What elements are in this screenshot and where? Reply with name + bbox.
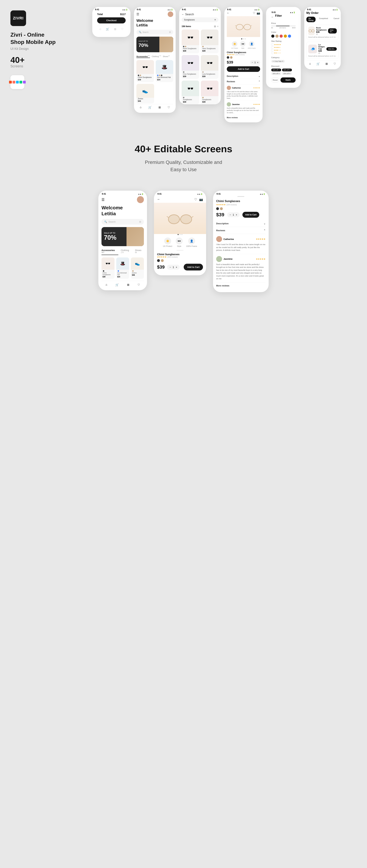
lg-add-cart-button[interactable]: Add to Cart bbox=[184, 264, 203, 271]
lg-nav-heart[interactable]: ♡ bbox=[137, 283, 140, 286]
nav-grid-icon[interactable]: ⊞ bbox=[114, 27, 116, 31]
swatch-beige[interactable] bbox=[276, 35, 279, 38]
qty-minus[interactable]: − bbox=[252, 61, 253, 64]
nav-home-icon[interactable]: ⌂ bbox=[309, 62, 311, 65]
swatch-blue[interactable] bbox=[288, 35, 291, 38]
view-order-1[interactable]: View Or... bbox=[328, 28, 337, 33]
lg-product-shoes[interactable]: 👟 Zextoo $46 bbox=[131, 257, 144, 279]
lg-product-sunglasses[interactable]: 🕶️ Chimi Sunglasses $39 bbox=[102, 257, 114, 279]
swatch-yellow[interactable] bbox=[284, 35, 287, 38]
star-row-4[interactable]: ★★★★☆ bbox=[271, 46, 295, 49]
lg-description-row[interactable]: Description ⌄ bbox=[216, 220, 265, 227]
search-bar[interactable]: 🔍 Search ⊟ bbox=[136, 30, 173, 35]
lg-qty-minus[interactable]: − bbox=[169, 266, 171, 269]
description-section[interactable]: Description ⌄ bbox=[227, 73, 260, 79]
lg-color-black[interactable] bbox=[157, 259, 160, 262]
nav-heart-icon[interactable]: ♡ bbox=[334, 62, 336, 65]
lg-cat-shoes[interactable]: Shoes 98 bbox=[135, 249, 144, 255]
swatch-red[interactable] bbox=[280, 35, 283, 38]
lg-color-beige[interactable] bbox=[161, 259, 164, 262]
back-button[interactable]: ← Search bbox=[181, 13, 219, 16]
lg-rev-color-beige[interactable] bbox=[220, 207, 223, 210]
lg-review-add-cart[interactable]: Add to Cart bbox=[243, 212, 259, 218]
heart-icon[interactable]: ♡ bbox=[253, 11, 255, 15]
uvprotect-icon[interactable]: ☀️ bbox=[232, 41, 237, 47]
nav-heart-icon[interactable]: ♡ bbox=[168, 106, 170, 109]
lg-nav-home[interactable]: ⌂ bbox=[106, 283, 107, 286]
lg-back-icon[interactable]: ← bbox=[157, 197, 160, 202]
filter-icon[interactable]: ⊟ bbox=[169, 31, 171, 33]
lg-filter-icon[interactable]: ⊟ bbox=[139, 220, 141, 223]
price-slider[interactable] bbox=[271, 26, 295, 26]
category-accessories[interactable]: Accessories457 bbox=[136, 55, 150, 58]
tab-cancel[interactable]: Cancel bbox=[332, 17, 341, 22]
nav-grid-icon[interactable]: ⊞ bbox=[326, 62, 328, 65]
lg-nav-cart[interactable]: 🛒 bbox=[115, 283, 119, 286]
lg-menu-icon[interactable]: ☰ bbox=[102, 197, 105, 202]
star-row-5[interactable]: ★★★★★ bbox=[271, 43, 295, 45]
nav-cart-icon[interactable]: 🛒 bbox=[148, 106, 152, 109]
lg-cat-clothing[interactable]: Clothing 179 bbox=[121, 249, 133, 255]
star-row-2[interactable]: ★★☆☆☆ bbox=[271, 52, 295, 54]
lg-heart-icon[interactable]: ♡ bbox=[194, 197, 197, 202]
checkout-button[interactable]: Checkout bbox=[97, 18, 125, 24]
lg-product-hat[interactable]: 🎩 Soz Brimmed Hat $34 bbox=[116, 257, 129, 279]
unisex-icon[interactable]: 👤 bbox=[249, 41, 254, 47]
reset-button[interactable]: Reset bbox=[271, 78, 279, 83]
product-card-sunglasses[interactable]: 🕶️ Chimi Sunglasses $39 bbox=[136, 60, 154, 82]
product-card-shoes[interactable]: 👟 Zextoo $46 bbox=[136, 84, 154, 103]
lg-cat-accessories[interactable]: Accessories 457 bbox=[102, 249, 118, 255]
grid-view-icon[interactable]: ⊞ bbox=[214, 25, 216, 28]
lg-qty-plus[interactable]: + bbox=[176, 266, 177, 269]
apply-button[interactable]: Apply bbox=[280, 78, 295, 83]
lg-search-bar[interactable]: 🔍 Search ⊟ bbox=[102, 219, 144, 225]
discount-25[interactable]: 25% off ✕ bbox=[282, 72, 292, 75]
lg-rev-qty-plus[interactable]: + bbox=[236, 213, 237, 216]
nav-grid-icon[interactable]: ⊞ bbox=[159, 106, 161, 109]
nav-cart-icon[interactable]: 🛒 bbox=[316, 62, 320, 65]
nav-heart-icon[interactable]: ♡ bbox=[121, 27, 123, 31]
search-input-active[interactable]: Sunglasses ✕ bbox=[181, 18, 219, 22]
listing-card-veez[interactable]: 🕶️ Veez Sunglasses $39 bbox=[201, 30, 219, 53]
lg-reviews-row[interactable]: Reviews ⌃ bbox=[216, 227, 265, 234]
add-to-cart-button[interactable]: Add to Cart bbox=[227, 66, 260, 72]
color-swatch-beige[interactable] bbox=[230, 56, 232, 59]
category-clothing[interactable]: Clothing179 bbox=[152, 55, 161, 58]
lg-style-icon[interactable]: 🕶️ bbox=[176, 238, 182, 244]
discount-30[interactable]: 30% off ✕ bbox=[271, 72, 281, 75]
more-reviews-link[interactable]: More reviews bbox=[227, 115, 260, 120]
style-icon[interactable]: 🕶️ bbox=[240, 41, 246, 47]
discount-50[interactable]: 50% off ✕ bbox=[271, 69, 281, 71]
lg-nav-grid[interactable]: ⊞ bbox=[127, 283, 129, 286]
listing-card-lura[interactable]: 🕶️ Lura Sunglasses $39 bbox=[201, 55, 219, 79]
tab-ongoing[interactable]: On Going bbox=[306, 17, 316, 22]
listing-card-extra2[interactable]: 🕶️ Sunglasses $39 bbox=[201, 81, 219, 104]
user-avatar[interactable] bbox=[168, 11, 173, 17]
qty-plus[interactable]: + bbox=[257, 61, 258, 64]
lg-user-avatar[interactable] bbox=[137, 196, 144, 203]
nav-home-icon[interactable]: ⌂ bbox=[100, 27, 101, 31]
lg-rev-color-black[interactable] bbox=[216, 207, 219, 210]
listing-card-rock[interactable]: 🕶️ Rock Sunglasses $39 bbox=[181, 30, 199, 53]
lg-rev-qty-minus[interactable]: − bbox=[230, 213, 231, 216]
lg-camera-icon[interactable]: 📷 bbox=[199, 197, 203, 202]
lg-uvprotect-icon[interactable]: ☀️ bbox=[164, 238, 171, 244]
discount-40[interactable]: 40% off ✕ bbox=[282, 69, 292, 71]
camera-icon[interactable]: 📷 bbox=[257, 11, 260, 15]
back-icon[interactable]: ← bbox=[227, 11, 230, 15]
back-icon[interactable]: ← bbox=[271, 16, 274, 19]
star-row-3[interactable]: ★★★☆☆ bbox=[271, 49, 295, 51]
category-shoes[interactable]: Shoes98 bbox=[163, 55, 170, 58]
nav-cart-icon[interactable]: 🛒 bbox=[106, 27, 109, 31]
view-order-2[interactable]: View Or... bbox=[326, 47, 337, 51]
nav-home-icon[interactable]: ⌂ bbox=[140, 106, 141, 109]
color-swatch-black[interactable] bbox=[227, 56, 229, 59]
category-tag-croptops[interactable]: ✂ Crop Tops ✕ bbox=[271, 60, 285, 63]
swatch-black[interactable] bbox=[271, 35, 274, 38]
menu-icon[interactable]: ☰ bbox=[136, 12, 139, 16]
reviews-section[interactable]: Reviews ⌃ bbox=[227, 79, 260, 84]
lg-frame-icon[interactable]: 👤 bbox=[188, 238, 195, 244]
product-card-hat[interactable]: 🎩 Soz Brimmed Hat $34 bbox=[156, 60, 173, 82]
clear-icon[interactable]: ✕ bbox=[214, 19, 216, 21]
listing-card-extra1[interactable]: 🕶️ Sunglasses $39 bbox=[181, 81, 199, 104]
